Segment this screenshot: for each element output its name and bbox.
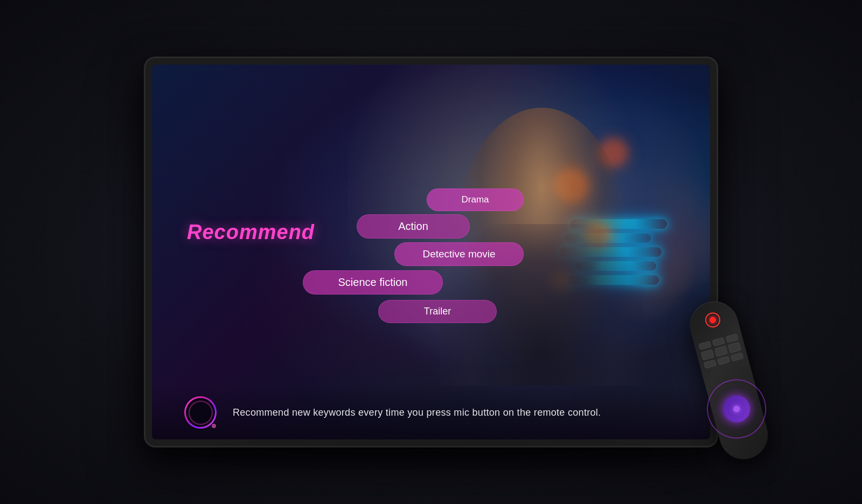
remote-btn[interactable] (704, 360, 717, 369)
remote-btn[interactable] (717, 356, 730, 365)
keyword-pill-action[interactable]: Action (357, 214, 470, 239)
remote-btn[interactable] (698, 341, 711, 350)
dpad-center-icon (733, 405, 741, 413)
mic-indicator (184, 396, 217, 429)
keyword-pill-detective[interactable]: Detective movie (394, 242, 524, 266)
power-icon (709, 316, 717, 324)
bottom-instruction-text: Recommend new keywords every time you pr… (233, 407, 678, 418)
remote-dpad[interactable] (700, 373, 773, 445)
remote-btn[interactable] (701, 349, 714, 360)
keyword-pill-scifi[interactable]: Science fiction (303, 270, 443, 295)
tv-set: Recommend Drama Action Detective movie S… (145, 58, 717, 446)
keyword-pill-drama[interactable]: Drama (427, 188, 524, 211)
remote-btn[interactable] (714, 346, 728, 357)
remote-btn[interactable] (728, 342, 741, 353)
keyword-pill-trailer[interactable]: Trailer (378, 300, 497, 323)
remote-power-button[interactable] (704, 311, 722, 329)
recommend-title: Recommend (187, 221, 315, 244)
dpad-center-button[interactable] (720, 393, 753, 425)
remote-buttons-grid (698, 333, 743, 369)
tv-shadow (203, 449, 659, 459)
remote-btn[interactable] (726, 333, 739, 342)
bottom-bar: Recommend new keywords every time you pr… (152, 386, 710, 439)
dpad-outer-ring (700, 373, 773, 445)
mic-dot (212, 424, 216, 428)
remote-body (685, 296, 774, 465)
remote-btn[interactable] (712, 337, 725, 346)
remote-btn[interactable] (731, 352, 743, 361)
ui-overlay: Recommend Drama Action Detective movie S… (152, 65, 710, 439)
tv-screen: Recommend Drama Action Detective movie S… (152, 65, 710, 439)
mic-ring (189, 401, 213, 425)
